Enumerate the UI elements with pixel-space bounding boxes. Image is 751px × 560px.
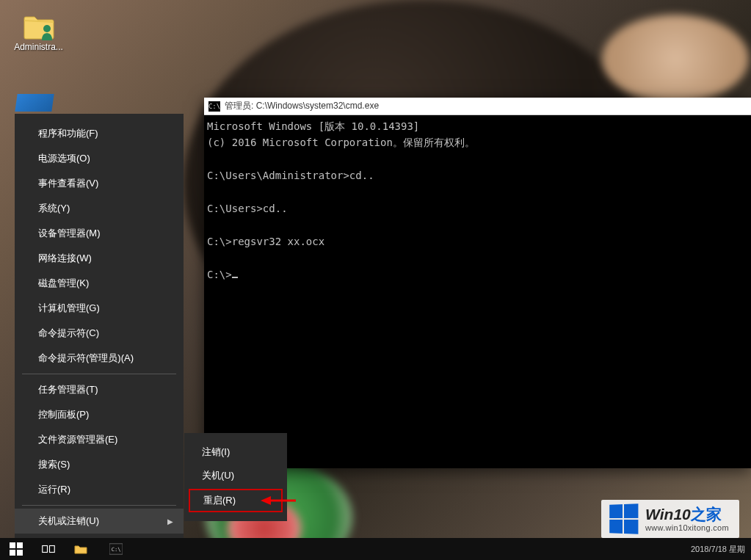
desktop: Administra... C:\ 管理员: C:\Windows\system… xyxy=(0,0,751,560)
menu-command-prompt-admin[interactable]: 命令提示符(管理员)(A) xyxy=(15,346,184,371)
taskbar[interactable]: C:\ 2018/7/18 星期 xyxy=(0,538,751,560)
task-view-icon xyxy=(42,542,55,556)
svg-rect-4 xyxy=(17,542,23,548)
annotation-arrow xyxy=(261,495,297,506)
menu-power-options[interactable]: 电源选项(O) xyxy=(15,146,184,171)
cmd-titlebar[interactable]: C:\ 管理员: C:\Windows\system32\cmd.exe xyxy=(204,98,751,115)
task-view-button[interactable] xyxy=(32,538,65,560)
folder-icon xyxy=(74,542,87,556)
submenu-shutdown[interactable]: 关机(U) xyxy=(184,464,287,487)
menu-search[interactable]: 搜索(S) xyxy=(15,452,184,477)
watermark-brand-suffix: 之家 xyxy=(691,506,722,523)
menu-separator xyxy=(22,374,176,374)
menu-network-connections[interactable]: 网络连接(W) xyxy=(15,246,184,271)
menu-event-viewer[interactable]: 事件查看器(V) xyxy=(15,171,184,196)
taskbar-clock[interactable]: 2018/7/18 星期 xyxy=(685,544,751,555)
menu-programs-features[interactable]: 程序和功能(F) xyxy=(15,121,184,146)
watermark-brand-prefix: Win10 xyxy=(645,506,691,523)
menu-system[interactable]: 系统(Y) xyxy=(15,196,184,221)
cmd-window[interactable]: C:\ 管理员: C:\Windows\system32\cmd.exe Mic… xyxy=(204,98,751,468)
cmd-taskbar-icon: C:\ xyxy=(109,542,123,556)
svg-rect-6 xyxy=(17,550,23,556)
windows-logo-icon xyxy=(609,503,638,534)
chevron-right-icon: ▶ xyxy=(167,517,173,526)
menu-run[interactable]: 运行(R) xyxy=(15,477,184,502)
svg-text:C:\: C:\ xyxy=(112,546,121,553)
menu-command-prompt[interactable]: 命令提示符(C) xyxy=(15,321,184,346)
taskbar-explorer[interactable] xyxy=(65,538,97,560)
desktop-shortcut-partial[interactable] xyxy=(15,94,54,112)
winx-menu: 程序和功能(F) 电源选项(O) 事件查看器(V) 系统(Y) 设备管理器(M)… xyxy=(15,114,184,539)
svg-marker-2 xyxy=(261,496,271,505)
desktop-icon-label: Administra... xyxy=(14,42,63,52)
menu-disk-management[interactable]: 磁盘管理(K) xyxy=(15,271,184,296)
shutdown-submenu: 注销(I) 关机(U) 重启(R) xyxy=(184,433,287,521)
watermark: Win10之家 www.win10xitong.com xyxy=(601,500,739,538)
svg-rect-5 xyxy=(10,550,15,556)
menu-device-manager[interactable]: 设备管理器(M) xyxy=(15,221,184,246)
desktop-icon-administrator[interactable]: Administra... xyxy=(11,11,66,52)
folder-user-icon xyxy=(23,11,55,40)
menu-computer-management[interactable]: 计算机管理(G) xyxy=(15,296,184,321)
menu-task-manager[interactable]: 任务管理器(T) xyxy=(15,377,184,402)
menu-file-explorer[interactable]: 文件资源管理器(E) xyxy=(15,427,184,452)
menu-shutdown-signout[interactable]: 关机或注销(U) ▶ xyxy=(15,509,184,534)
menu-control-panel[interactable]: 控制面板(P) xyxy=(15,402,184,427)
cmd-title: 管理员: C:\Windows\system32\cmd.exe xyxy=(225,100,379,112)
svg-rect-3 xyxy=(10,542,15,548)
start-button[interactable] xyxy=(0,538,32,560)
taskbar-cmd-running[interactable]: C:\ xyxy=(97,538,135,560)
wallpaper-region xyxy=(602,15,749,103)
svg-point-0 xyxy=(43,25,51,32)
menu-shutdown-label: 关机或注销(U) xyxy=(38,515,99,526)
svg-rect-8 xyxy=(50,546,55,553)
cmd-cursor xyxy=(232,277,238,278)
cmd-icon: C:\ xyxy=(208,101,220,112)
svg-rect-7 xyxy=(43,546,48,553)
windows-start-icon xyxy=(10,542,23,556)
watermark-text: Win10之家 www.win10xitong.com xyxy=(645,506,729,531)
watermark-url: www.win10xitong.com xyxy=(645,523,729,532)
menu-separator xyxy=(22,505,176,506)
submenu-signout[interactable]: 注销(I) xyxy=(184,440,287,464)
cmd-output[interactable]: Microsoft Windows [版本 10.0.14393] (c) 20… xyxy=(204,115,751,468)
